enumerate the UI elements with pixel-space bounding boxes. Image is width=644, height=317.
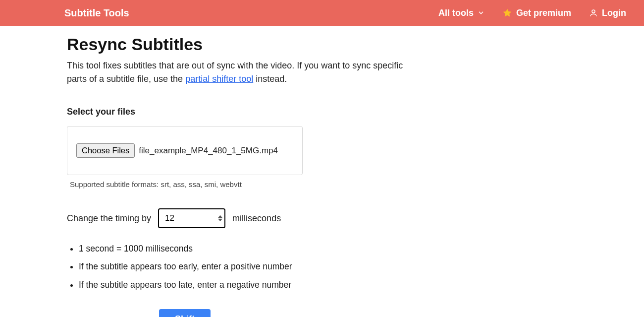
page-title: Resync Subtitles (67, 35, 485, 54)
hint-item: 1 second = 1000 milliseconds (79, 242, 485, 255)
hints-list: 1 second = 1000 milliseconds If the subt… (67, 242, 485, 291)
all-tools-label: All tools (438, 8, 474, 18)
brand-title[interactable]: Subtitle Tools (64, 7, 129, 19)
timing-input-wrap (158, 208, 225, 228)
timing-label-after: milliseconds (232, 213, 281, 224)
shift-button[interactable]: Shift (159, 309, 211, 317)
all-tools-dropdown[interactable]: All tools (438, 8, 484, 18)
partial-shifter-link[interactable]: partial shifter tool (185, 74, 253, 84)
submit-row: Shift (67, 309, 303, 317)
choose-files-button[interactable]: Choose Files (76, 143, 135, 158)
timing-row: Change the timing by milliseconds (67, 208, 485, 228)
svg-point-1 (592, 10, 595, 13)
site-header: Subtitle Tools All tools Get premium Log… (0, 0, 644, 26)
select-files-label: Select your files (67, 107, 485, 117)
desc-text-after: instead. (253, 74, 287, 84)
main-content: Resync Subtitles This tool fixes subtitl… (0, 26, 485, 317)
selected-filename: file_example_MP4_480_1_5MG.mp4 (139, 146, 278, 156)
svg-marker-0 (503, 9, 512, 17)
user-icon (589, 8, 598, 17)
page-description: This tool fixes subtitles that are out o… (67, 59, 414, 86)
timing-input[interactable] (158, 208, 225, 228)
hint-item: If the subtitle appears too late, enter … (79, 278, 485, 291)
nav-bar: All tools Get premium Login (438, 8, 626, 18)
premium-label: Get premium (516, 8, 571, 18)
login-label: Login (602, 8, 626, 18)
timing-label-before: Change the timing by (67, 213, 151, 224)
get-premium-link[interactable]: Get premium (502, 8, 571, 18)
hint-item: If the subtitle appears too early, enter… (79, 260, 485, 273)
supported-formats-text: Supported subtitle formats: srt, ass, ss… (70, 180, 485, 189)
star-icon (502, 8, 512, 18)
file-drop-zone[interactable]: Choose Files file_example_MP4_480_1_5MG.… (67, 126, 303, 175)
login-link[interactable]: Login (589, 8, 626, 18)
chevron-down-icon (478, 9, 484, 16)
